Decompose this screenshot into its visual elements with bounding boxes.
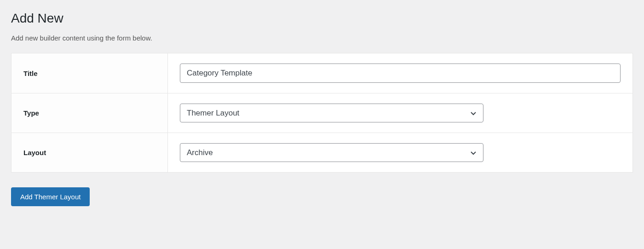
select-wrapper: Themer Layout [180, 104, 483, 122]
submit-row: Add Themer Layout [11, 187, 633, 206]
form-label-cell: Title [12, 53, 168, 93]
form-label-cell: Type [12, 93, 168, 133]
form-table: Title Type Themer Layout Layout [11, 53, 633, 173]
form-input-cell [168, 53, 632, 93]
page-description: Add new builder content using the form b… [11, 34, 633, 42]
form-input-cell: Archive [168, 133, 632, 172]
add-themer-layout-button[interactable]: Add Themer Layout [11, 187, 90, 206]
type-select[interactable]: Themer Layout [180, 104, 483, 122]
title-label: Title [23, 69, 38, 77]
title-input[interactable] [180, 64, 621, 83]
form-input-cell: Themer Layout [168, 93, 632, 133]
layout-select[interactable]: Archive [180, 143, 483, 162]
form-label-cell: Layout [12, 133, 168, 172]
select-wrapper: Archive [180, 143, 483, 162]
form-row-type: Type Themer Layout [12, 93, 632, 133]
form-row-title: Title [12, 53, 632, 93]
form-row-layout: Layout Archive [12, 133, 632, 172]
layout-label: Layout [23, 149, 46, 156]
page-title: Add New [11, 11, 633, 26]
type-label: Type [23, 109, 39, 117]
